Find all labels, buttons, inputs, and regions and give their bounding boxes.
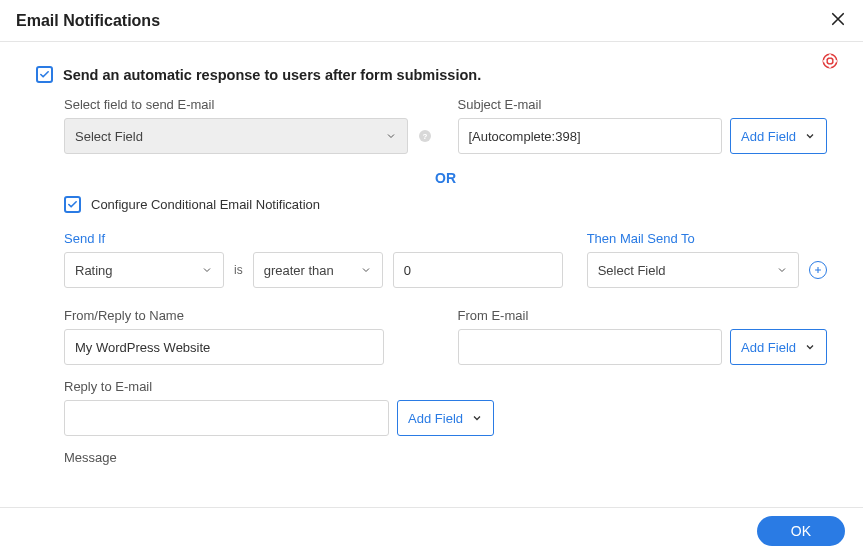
reply-email-input[interactable] [64, 400, 389, 436]
add-field-subject-button[interactable]: Add Field [730, 118, 827, 154]
reply-name-input[interactable] [64, 329, 384, 365]
send-if-label: Send If [64, 231, 563, 246]
select-field-label: Select field to send E-mail [64, 97, 434, 112]
subject-label: Subject E-mail [458, 97, 828, 112]
auto-response-checkbox[interactable] [36, 66, 53, 83]
svg-text:?: ? [422, 132, 427, 141]
help-lifebuoy-icon[interactable] [821, 52, 839, 70]
is-text: is [234, 263, 243, 277]
close-button[interactable] [829, 10, 847, 31]
chevron-down-icon [804, 341, 816, 353]
or-divider: OR [64, 170, 827, 186]
add-field-label: Add Field [741, 129, 796, 144]
condition-operator-dropdown[interactable]: greater than [253, 252, 383, 288]
add-field-label: Add Field [741, 340, 796, 355]
reply-email-label: Reply to E-mail [64, 379, 827, 394]
then-mail-label: Then Mail Send To [587, 231, 827, 246]
checkmark-icon [39, 69, 50, 80]
conditional-checkbox[interactable] [64, 196, 81, 213]
caret-down-icon [360, 264, 372, 276]
conditional-label: Configure Conditional Email Notification [91, 197, 320, 212]
message-label: Message [64, 450, 827, 465]
select-field-dropdown[interactable]: Select Field [64, 118, 408, 154]
reply-name-label: From/Reply to Name [64, 308, 434, 323]
then-mail-value: Select Field [598, 263, 666, 278]
add-field-label: Add Field [408, 411, 463, 426]
condition-value-input[interactable] [393, 252, 563, 288]
caret-down-icon [385, 130, 397, 142]
plus-icon [813, 265, 823, 275]
dialog-title: Email Notifications [16, 12, 160, 30]
auto-response-label: Send an automatic response to users afte… [63, 67, 481, 83]
from-email-label: From E-mail [458, 308, 828, 323]
add-condition-button[interactable] [809, 261, 827, 279]
condition-field-value: Rating [75, 263, 113, 278]
svg-point-1 [827, 58, 833, 64]
caret-down-icon [776, 264, 788, 276]
select-field-value: Select Field [75, 129, 143, 144]
condition-field-dropdown[interactable]: Rating [64, 252, 224, 288]
chevron-down-icon [471, 412, 483, 424]
from-email-input[interactable] [458, 329, 723, 365]
help-icon[interactable]: ? [416, 127, 434, 145]
ok-button[interactable]: OK [757, 516, 845, 546]
caret-down-icon [201, 264, 213, 276]
subject-input[interactable] [458, 118, 723, 154]
condition-operator-value: greater than [264, 263, 334, 278]
add-field-from-email-button[interactable]: Add Field [730, 329, 827, 365]
close-icon [829, 10, 847, 28]
checkmark-icon [67, 199, 78, 210]
then-mail-dropdown[interactable]: Select Field [587, 252, 799, 288]
chevron-down-icon [804, 130, 816, 142]
add-field-reply-email-button[interactable]: Add Field [397, 400, 494, 436]
